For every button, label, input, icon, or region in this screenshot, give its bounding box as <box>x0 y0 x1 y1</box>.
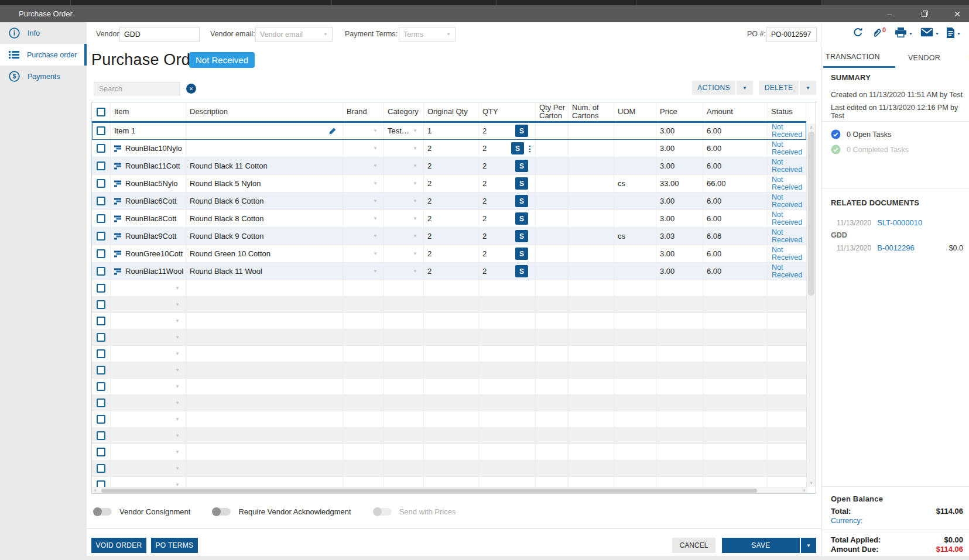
qty-per-carton-cell[interactable] <box>536 140 569 157</box>
empty-cell[interactable] <box>479 329 536 345</box>
status-link[interactable]: Not Received <box>772 159 806 174</box>
item-cell[interactable]: ▼ <box>111 280 186 296</box>
empty-cell[interactable] <box>614 395 656 411</box>
chevron-down-icon[interactable]: ▼ <box>413 251 417 256</box>
row-menu-icon[interactable]: ⋮ <box>526 146 534 152</box>
row-checkbox[interactable] <box>97 415 105 424</box>
qty-per-carton-cell[interactable] <box>536 263 569 280</box>
chevron-down-icon[interactable]: ▼ <box>175 302 180 307</box>
empty-cell[interactable] <box>614 313 656 329</box>
uom-cell[interactable] <box>614 263 656 280</box>
scroll-down-icon[interactable]: ∨ <box>807 480 816 485</box>
brand-cell[interactable]: ▼ <box>343 122 384 139</box>
minimize-button[interactable]: – <box>876 5 903 22</box>
category-cell[interactable]: ▼ <box>384 175 424 192</box>
empty-cell[interactable] <box>424 411 479 427</box>
brand-cell[interactable]: ▼ <box>343 193 384 209</box>
empty-cell[interactable] <box>343 280 384 296</box>
description-cell[interactable]: Round Green 10 Cotton <box>186 245 343 262</box>
empty-cell[interactable] <box>384 297 424 312</box>
item-cell[interactable]: RounBlac5Nylo <box>111 175 186 192</box>
uom-cell[interactable] <box>614 210 656 227</box>
empty-cell[interactable] <box>656 379 703 394</box>
empty-cell[interactable] <box>569 313 614 329</box>
empty-cell[interactable] <box>536 411 569 427</box>
refresh-button[interactable] <box>852 28 864 37</box>
qty-per-carton-cell[interactable] <box>536 228 569 245</box>
brand-cell[interactable]: ▼ <box>343 175 384 192</box>
close-button[interactable]: ✕ <box>944 5 969 22</box>
empty-cell[interactable] <box>186 411 343 427</box>
empty-cell[interactable] <box>536 313 569 329</box>
brand-cell[interactable]: ▼ <box>343 263 384 280</box>
row-checkbox[interactable] <box>97 317 105 325</box>
empty-cell[interactable] <box>343 461 384 476</box>
num-cartons-cell[interactable] <box>569 122 614 139</box>
actions-dropdown-button[interactable]: ▼ <box>737 81 753 95</box>
empty-cell[interactable] <box>384 428 424 444</box>
empty-cell[interactable] <box>703 444 768 460</box>
empty-cell[interactable] <box>536 444 569 460</box>
empty-cell[interactable] <box>614 379 656 394</box>
empty-cell[interactable] <box>186 346 343 362</box>
empty-cell[interactable] <box>569 395 614 411</box>
empty-cell[interactable] <box>536 379 569 394</box>
empty-cell[interactable] <box>343 297 384 312</box>
empty-cell[interactable] <box>384 346 424 362</box>
qty-cell[interactable]: 2S <box>479 122 536 139</box>
status-link[interactable]: Not Received <box>772 194 806 209</box>
chevron-down-icon[interactable]: ▼ <box>175 384 180 389</box>
original-qty-cell[interactable]: 2 <box>424 193 479 209</box>
empty-cell[interactable] <box>703 346 768 362</box>
empty-cell[interactable] <box>703 297 768 312</box>
qty-per-carton-cell[interactable] <box>536 122 569 139</box>
status-link[interactable]: Not Received <box>772 123 806 139</box>
num-cartons-cell[interactable] <box>569 263 614 280</box>
currency-link[interactable]: Currency: <box>831 517 862 525</box>
empty-cell[interactable] <box>343 395 384 411</box>
attachments-button[interactable]: 0 <box>872 28 886 38</box>
empty-cell[interactable] <box>614 280 656 296</box>
empty-cell[interactable] <box>569 280 614 296</box>
chevron-down-icon[interactable]: ▼ <box>175 318 180 324</box>
price-cell[interactable]: 3.00 <box>656 140 703 157</box>
serial-button[interactable]: S <box>511 142 524 154</box>
serial-button[interactable]: S <box>515 125 528 137</box>
empty-cell[interactable] <box>384 461 424 476</box>
price-cell[interactable]: 3.00 <box>656 245 703 262</box>
uom-cell[interactable]: cs <box>614 175 656 192</box>
empty-cell[interactable] <box>656 280 703 296</box>
item-cell[interactable]: ▼ <box>111 395 186 411</box>
empty-cell[interactable] <box>479 395 536 411</box>
description-cell[interactable]: Round Black 11 Cotton <box>186 157 343 174</box>
original-qty-cell[interactable]: 2 <box>424 228 479 245</box>
price-cell[interactable]: 3.00 <box>656 193 703 209</box>
empty-cell[interactable] <box>424 329 479 345</box>
uom-cell[interactable] <box>614 193 656 209</box>
chevron-down-icon[interactable]: ▼ <box>175 367 180 373</box>
chevron-down-icon[interactable]: ▼ <box>413 269 417 274</box>
empty-cell[interactable] <box>384 362 424 378</box>
empty-cell[interactable] <box>656 395 703 411</box>
empty-cell[interactable] <box>186 297 343 312</box>
chevron-down-icon[interactable]: ▼ <box>175 335 180 340</box>
num-cartons-cell[interactable] <box>569 157 614 174</box>
empty-cell[interactable] <box>569 411 614 427</box>
sidebar-item-purchase-order[interactable]: Purchase order <box>0 44 87 66</box>
serial-button[interactable]: S <box>515 265 528 277</box>
qty-cell[interactable]: 2S <box>479 263 536 280</box>
empty-cell[interactable] <box>569 297 614 312</box>
sidebar-item-payments[interactable]: $ Payments <box>0 66 87 87</box>
price-cell[interactable]: 33.00 <box>656 175 703 192</box>
completed-tasks-item[interactable]: 0 Completed Tasks <box>831 145 909 154</box>
chevron-down-icon[interactable]: ▼ <box>175 449 180 455</box>
chevron-down-icon[interactable]: ▼ <box>373 163 378 169</box>
row-checkbox[interactable] <box>97 464 105 473</box>
empty-cell[interactable] <box>384 280 424 296</box>
empty-cell[interactable] <box>384 329 424 345</box>
item-cell[interactable]: RounBlac11Cott <box>111 157 186 174</box>
empty-cell[interactable] <box>536 395 569 411</box>
chevron-down-icon[interactable]: ▼ <box>373 251 378 256</box>
vendor-field[interactable]: GDD <box>119 27 200 42</box>
empty-cell[interactable] <box>656 461 703 476</box>
